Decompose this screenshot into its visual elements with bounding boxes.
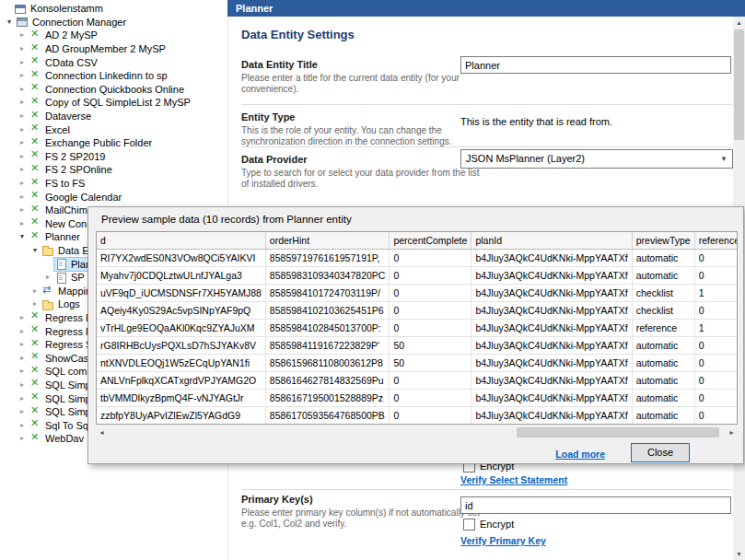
tree-expander-icon[interactable] — [17, 163, 28, 176]
column-header[interactable]: previewType — [632, 232, 694, 250]
verify-select-statement-link[interactable]: Verify Select Statement — [460, 474, 567, 485]
tree-expander-icon[interactable] — [17, 352, 28, 365]
tree-expander-icon[interactable] — [17, 419, 28, 432]
data-entity-title-input[interactable] — [460, 56, 731, 74]
tree-item-body[interactable]: SP — [53, 270, 88, 285]
table-row[interactable]: ANLVnFplkqXCATxgrdVPJYAMG2O8586164627814… — [97, 372, 738, 390]
table-row[interactable]: tbVMMDlkyzBpmQ4F-vNJYAGtJr85861671950015… — [97, 390, 738, 407]
tree-expander-icon[interactable] — [17, 150, 28, 163]
tree-expander-icon[interactable] — [17, 311, 28, 324]
tree-item-body[interactable]: Konsolenstamm — [13, 1, 107, 16]
conn-icon — [29, 379, 41, 391]
scroll-up-icon[interactable]: ▴ — [733, 17, 745, 29]
table-cell: automatic — [632, 407, 694, 425]
horizontal-scrollbar[interactable]: ◂ ▸ — [96, 426, 738, 438]
tree-item[interactable]: Exchange Public Folder — [0, 136, 227, 150]
tree-expander-icon[interactable] — [17, 56, 28, 69]
tree-expander-icon[interactable] — [17, 96, 28, 109]
tree-expander-icon[interactable] — [17, 392, 28, 405]
tree-item-body[interactable]: Planner — [28, 229, 84, 244]
tree-item[interactable]: Connection Manager — [0, 16, 227, 29]
scroll-left-icon[interactable]: ◂ — [96, 426, 108, 438]
tree-expander-icon[interactable] — [17, 69, 28, 82]
tree-item[interactable]: FS to FS — [0, 177, 227, 191]
tree-item[interactable]: Google Calendar — [0, 190, 227, 204]
tree-expander-icon[interactable] — [17, 123, 28, 136]
tree-expander-icon[interactable] — [17, 405, 28, 418]
tree-item-body[interactable]: Copy of SQL SimpleList 2 MySP — [28, 95, 194, 110]
column-header[interactable]: referenceCount — [694, 232, 738, 250]
table-row[interactable]: ntXNVDLEOQj1W5zECqUpYAN1fi85861596811080… — [97, 355, 738, 372]
table-row[interactable]: rG8IRHBcUysPQXLsD7hSJYAKv8V8585984119167… — [97, 337, 738, 355]
entity-icon — [55, 258, 67, 270]
table-row[interactable]: uVF9qD_iUCMSDNSFr7XH5YAMJ888585984101724… — [97, 285, 738, 302]
scrollbar-thumb[interactable] — [517, 427, 719, 438]
tree-item[interactable]: CData CSV — [0, 55, 227, 69]
tree-expander-icon[interactable] — [17, 365, 28, 378]
table-row[interactable]: Myahv7j0CDQLztwULnfJYALga385859831093403… — [97, 267, 738, 285]
tree-item-body[interactable]: Connection Linkedinn to sp — [28, 68, 171, 83]
table-cell: 0 — [390, 285, 471, 302]
tree-item[interactable]: Dataverse — [0, 110, 227, 123]
table-row[interactable]: zzbfpY8UyAPvIZlEwZl5YAGdG985861705935647… — [97, 407, 738, 425]
table-row[interactable]: AQeiy4Ky0S29Ac5vpSINpYAF9pQ8585984102103… — [97, 302, 738, 320]
table-cell: RI7YX2wdES0N3VOw8QCi5YAIKVI — [97, 250, 265, 267]
tree-expander-icon[interactable] — [17, 29, 28, 41]
tree-expander-icon[interactable] — [17, 230, 28, 243]
primary-key-input[interactable] — [460, 496, 731, 514]
tree-item[interactable]: FS 2 SPOnline — [0, 163, 227, 177]
column-header[interactable]: planId — [471, 232, 632, 250]
tree-expander-icon[interactable] — [17, 83, 28, 96]
tree-item[interactable]: Konsolenstamm — [0, 2, 227, 16]
tree-item[interactable]: Copy of SQL SimpleList 2 MySP — [0, 96, 227, 110]
tree-item-label: FS 2 SPOnline — [44, 164, 112, 175]
tree-item-body[interactable]: Logs — [41, 297, 84, 311]
tree-item-body[interactable]: FS 2 SPOnline — [28, 162, 116, 177]
tree-expander-icon[interactable] — [17, 191, 28, 204]
tree-expander-icon[interactable] — [29, 298, 41, 310]
tree-item[interactable]: Connection Quickbooks Online — [0, 83, 227, 97]
tree-expander-icon[interactable] — [17, 110, 28, 122]
table-cell: 1 — [694, 285, 738, 302]
tree-item-label: Connection Manager — [31, 17, 126, 28]
scroll-right-icon[interactable]: ▸ — [726, 426, 738, 438]
tree-expander-icon[interactable] — [17, 177, 28, 190]
tree-item[interactable]: Connection Linkedinn to sp — [0, 69, 227, 83]
conn-icon — [29, 231, 41, 243]
tree-expander-icon[interactable] — [4, 16, 15, 29]
verify-primary-key-link[interactable]: Verify Primary Key — [460, 535, 546, 546]
tree-expander-icon[interactable] — [17, 325, 28, 338]
close-button[interactable]: Close — [631, 443, 690, 462]
tree-item-body[interactable]: AD GroupMember 2 MySP — [28, 41, 169, 56]
tree-expander-icon[interactable] — [17, 432, 28, 445]
tree-item[interactable]: Excel — [0, 122, 227, 136]
tree-item-body[interactable]: Exchange Public Folder — [28, 135, 156, 150]
tree-item-body[interactable]: WebDav — [28, 431, 87, 446]
tree-expander-icon[interactable] — [17, 338, 28, 351]
tree-item-body[interactable]: Connection Quickbooks Online — [28, 82, 188, 97]
tree-expander-icon[interactable] — [17, 42, 28, 55]
tree-expander-icon[interactable] — [29, 285, 41, 298]
tree-expander-icon[interactable] — [17, 204, 28, 216]
tree-expander-icon[interactable] — [42, 271, 53, 284]
tree-item-body[interactable]: FS 2 SP2019 — [28, 149, 109, 164]
scrollbar-thumb[interactable] — [734, 29, 744, 140]
column-header[interactable]: d — [97, 232, 265, 250]
tree-expander-icon[interactable] — [17, 379, 28, 391]
tree-item-body[interactable]: Google Calendar — [28, 190, 125, 204]
scroll-down-icon[interactable]: ▾ — [733, 548, 745, 560]
load-more-link[interactable]: Load more — [555, 449, 605, 460]
column-header[interactable]: percentComplete — [390, 232, 471, 250]
tree-item[interactable]: FS 2 SP2019 — [0, 150, 227, 164]
tree-expander-icon[interactable] — [17, 136, 28, 149]
tree-item[interactable]: AD GroupMember 2 MySP — [0, 42, 227, 56]
tree-expander-icon[interactable] — [17, 217, 28, 230]
table-row[interactable]: vTrHLge9EOQaAKl0Kqc9ZYAJuXM8585984102845… — [97, 320, 738, 337]
data-provider-select[interactable]: JSON MsPlanner (Layer2) ▾ — [460, 149, 733, 169]
table-row[interactable]: RI7YX2wdES0N3VOw8QCi5YAIKVI8585971976161… — [97, 250, 738, 267]
column-header[interactable]: orderHint — [265, 232, 390, 250]
tree-expander-icon[interactable] — [29, 244, 41, 257]
chevron-down-icon[interactable]: ▾ — [716, 151, 731, 167]
encrypt-checkbox[interactable] — [463, 519, 475, 531]
tree-item[interactable]: AD 2 MySP — [0, 29, 227, 42]
